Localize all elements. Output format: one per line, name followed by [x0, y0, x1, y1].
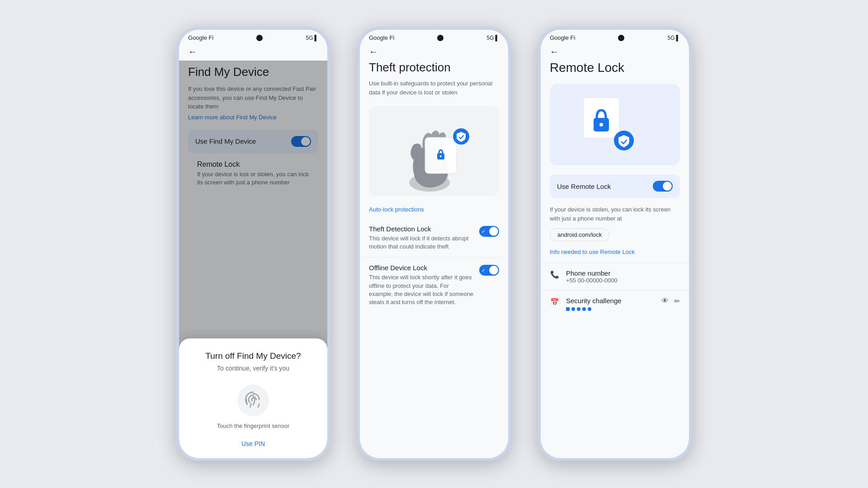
- status-bar: Google Fi 5G ▌: [360, 30, 508, 43]
- theft-detection-text: Theft Detection Lock This device will lo…: [369, 225, 474, 251]
- security-challenge-actions: 👁 ✏: [661, 297, 680, 305]
- offline-lock-text: Offline Device Lock This device will loc…: [369, 264, 474, 306]
- security-challenge-label: Security challenge: [566, 297, 655, 305]
- use-remote-lock-row: Use Remote Lock: [550, 174, 680, 198]
- info-needed-header: Info needed to use Remote Lock: [541, 249, 689, 255]
- status-icons: 5G ▌: [486, 35, 499, 41]
- svg-point-7: [599, 123, 603, 127]
- phone-number-label: Phone number: [566, 269, 680, 277]
- pencil-icon[interactable]: ✏: [674, 297, 680, 305]
- status-bar: Google Fi 5G ▌: [179, 30, 327, 43]
- sheet-subtitle: To continue, verify it's you: [190, 365, 316, 372]
- app-name: Google Fi: [188, 34, 213, 41]
- theft-detection-name: Theft Detection Lock: [369, 225, 474, 233]
- back-button[interactable]: ←: [360, 43, 508, 61]
- remote-lock-description: If your device is stolen, you can lock i…: [541, 205, 689, 223]
- phone-icon: 📞: [550, 269, 560, 279]
- eye-icon[interactable]: 👁: [661, 297, 669, 305]
- app-name: Google Fi: [369, 34, 394, 41]
- remote-lock-svg: [570, 89, 660, 161]
- theft-description: Use built-in safeguards to protect your …: [360, 79, 508, 97]
- camera-notch: [618, 35, 624, 41]
- security-challenge-text: Security challenge: [566, 297, 655, 311]
- battery-icon: ▌: [314, 35, 318, 41]
- security-challenge-row: 📅 Security challenge 👁 ✏: [541, 290, 689, 317]
- use-remote-lock-toggle[interactable]: [653, 181, 673, 192]
- status-icons: 5G ▌: [306, 35, 318, 41]
- theft-illustration: [369, 106, 499, 196]
- theft-detection-desc: This device will lock if it detects abru…: [369, 235, 474, 251]
- auto-lock-section-header: Auto-lock protections: [360, 205, 508, 213]
- back-button[interactable]: ←: [541, 43, 689, 61]
- phone-find-my-device: Google Fi 5G ▌ ← Find My Device If you l…: [176, 27, 330, 461]
- page-title: Remote Lock: [541, 61, 689, 75]
- offline-lock-desc: This device will lock shortly after it g…: [369, 273, 474, 306]
- phone-number-row: 📞 Phone number +55 00-00000-0000: [541, 263, 689, 290]
- use-pin-link[interactable]: Use PIN: [190, 440, 316, 447]
- fingerprint-icon: [237, 385, 269, 416]
- camera-notch: [256, 35, 263, 41]
- calendar-icon: 📅: [550, 297, 560, 307]
- status-bar: Google Fi 5G ▌: [541, 30, 689, 43]
- phone-theft-protection: Google Fi 5G ▌ ← Theft protection Use bu…: [357, 27, 511, 461]
- touch-sensor-text: Touch the fingerprint sensor: [190, 422, 316, 429]
- remote-lock-illustration: [550, 84, 680, 165]
- dot-indicator: [582, 307, 586, 311]
- offline-lock-toggle[interactable]: ✓: [479, 265, 499, 276]
- section-header-text: Auto-lock protections: [369, 206, 424, 213]
- dot-indicator: [566, 307, 570, 311]
- page-title: Theft protection: [360, 61, 508, 75]
- android-lock-url[interactable]: android.com/lock: [550, 228, 609, 241]
- signal-icon: 5G: [667, 35, 675, 41]
- sheet-title: Turn off Find My Device?: [190, 351, 316, 361]
- signal-icon: 5G: [306, 35, 313, 41]
- bottom-sheet: Turn off Find My Device? To continue, ve…: [179, 338, 327, 458]
- camera-notch: [437, 35, 443, 41]
- theft-detection-lock-item: Theft Detection Lock This device will lo…: [360, 219, 508, 257]
- phone-remote-lock: Google Fi 5G ▌ ← Remote Lock: [538, 27, 692, 461]
- back-button[interactable]: ←: [179, 43, 327, 61]
- battery-icon: ▌: [495, 35, 499, 41]
- dot-indicator: [571, 307, 575, 311]
- dot-indicator: [588, 307, 591, 311]
- phone-number-value: +55 00-00000-0000: [566, 277, 680, 284]
- use-remote-lock-label: Use Remote Lock: [557, 183, 611, 190]
- status-icons: 5G ▌: [667, 35, 680, 41]
- dot-indicator: [577, 307, 580, 311]
- app-name: Google Fi: [550, 34, 575, 41]
- signal-icon: 5G: [486, 35, 494, 41]
- battery-icon: ▌: [676, 35, 680, 41]
- theft-illustration-svg: [398, 110, 470, 192]
- svg-point-3: [440, 155, 442, 157]
- phone-number-text: Phone number +55 00-00000-0000: [566, 269, 680, 284]
- offline-lock-name: Offline Device Lock: [369, 264, 474, 272]
- offline-device-lock-item: Offline Device Lock This device will loc…: [360, 257, 508, 313]
- theft-detection-toggle[interactable]: ✓: [479, 226, 499, 237]
- check-icon: ✓: [481, 229, 486, 235]
- check-icon: ✓: [481, 267, 486, 273]
